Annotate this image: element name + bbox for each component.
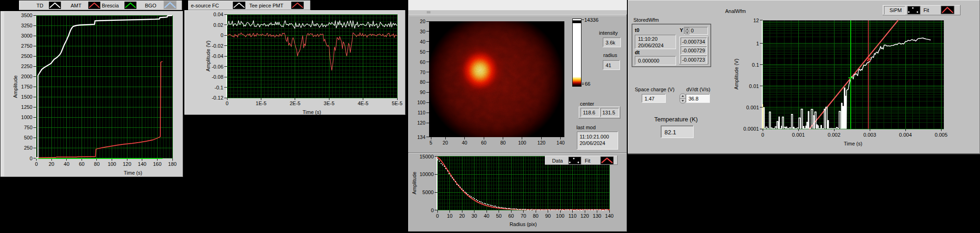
svg-text:intensity: intensity [599,30,618,36]
svg-text:1000: 1000 [21,114,32,120]
svg-text:66: 66 [585,81,590,87]
svg-text:Fit: Fit [585,158,590,164]
svg-text:1.47: 1.47 [645,96,654,101]
svg-text:StoredWfm: StoredWfm [633,17,659,23]
svg-text:0.002: 0.002 [828,132,841,138]
svg-text:t0: t0 [635,27,639,33]
svg-text:AMT: AMT [70,3,82,8]
svg-text:Amplitude (V): Amplitude (V) [733,59,739,90]
svg-text:5: 5 [430,140,432,145]
svg-text:3.6k: 3.6k [606,40,615,45]
svg-text:0: 0 [431,208,434,213]
svg-text:0.000000: 0.000000 [638,58,659,63]
svg-text:250: 250 [24,145,32,151]
svg-text:2000: 2000 [21,74,32,79]
svg-text:Temperature (K): Temperature (K) [654,116,698,123]
svg-text:130: 130 [593,213,601,219]
svg-text:0.04: 0.04 [214,12,223,17]
svg-text:Brescia: Brescia [102,3,120,8]
svg-text:120: 120 [123,161,131,167]
svg-text:100: 100 [556,213,564,219]
svg-text:-0.1: -0.1 [215,85,223,90]
svg-text:dt: dt [635,50,640,55]
svg-text:0.001: 0.001 [746,105,759,110]
svg-text:41: 41 [606,63,611,68]
svg-text:100: 100 [518,140,526,145]
svg-text:0: 0 [30,156,32,161]
svg-text:36.8: 36.8 [689,96,698,101]
svg-text:120: 120 [537,140,546,145]
svg-text:100: 100 [417,100,425,105]
svg-text:40: 40 [462,140,468,145]
svg-text:0.02: 0.02 [214,22,223,28]
svg-text:2E-5: 2E-5 [290,101,300,106]
svg-text:110: 110 [569,213,577,219]
svg-text:0: 0 [221,32,223,38]
svg-text:2250: 2250 [21,63,32,69]
svg-text:3000: 3000 [21,33,32,38]
svg-text:30: 30 [420,29,425,34]
svg-text:-0.12: -0.12 [212,95,223,101]
svg-text:BGO: BGO [145,3,157,8]
svg-text:140: 140 [556,140,565,145]
svg-text:5000: 5000 [423,189,434,195]
svg-text:80: 80 [94,161,100,167]
svg-text:14336: 14336 [584,17,599,23]
svg-text:e-source FC: e-source FC [191,3,219,8]
svg-text:20: 20 [459,213,465,219]
svg-text:80: 80 [533,213,538,219]
svg-text:0: 0 [226,101,228,106]
svg-text:2500: 2500 [21,53,32,59]
svg-text:12: 12 [753,18,759,23]
svg-text:50: 50 [496,213,501,219]
svg-text:80: 80 [500,140,506,145]
svg-text:1500: 1500 [21,94,32,100]
svg-text:-0.08: -0.08 [212,74,223,80]
svg-text:Tee piece PMT: Tee piece PMT [249,3,284,8]
svg-text:20: 20 [443,140,448,145]
svg-text:1750: 1750 [21,84,32,89]
svg-text:0.1: 0.1 [752,62,759,68]
svg-text:0: 0 [436,213,439,219]
svg-text:Space charge (V): Space charge (V) [635,87,675,92]
svg-text:120: 120 [581,213,589,219]
svg-text:2750: 2750 [21,43,32,49]
svg-text:-0.02: -0.02 [212,43,223,49]
svg-text:140: 140 [138,161,146,167]
svg-text:0.001: 0.001 [792,132,805,138]
svg-text:131.5: 131.5 [602,110,615,115]
svg-text:AnalWfm: AnalWfm [725,8,746,14]
svg-text:60: 60 [79,161,84,167]
svg-text:5E-5: 5E-5 [392,101,402,106]
svg-text:TD: TD [37,3,44,8]
svg-text:160: 160 [153,161,161,167]
svg-text:0.01: 0.01 [749,83,759,89]
svg-text:last mod: last mod [576,125,596,130]
svg-text:82.1: 82.1 [664,129,676,136]
svg-text:10: 10 [447,213,452,219]
svg-text:Amplitude: Amplitude [13,76,18,98]
svg-text:Time (s): Time (s) [844,141,862,146]
svg-text:90: 90 [420,89,425,95]
svg-text:110: 110 [417,110,425,115]
svg-text:20: 20 [49,161,54,167]
svg-text:0.003: 0.003 [863,132,876,138]
svg-text:70: 70 [420,69,425,75]
svg-text:3500: 3500 [21,13,32,18]
svg-text:radius: radius [603,52,617,58]
svg-text:Radius (pix): Radius (pix) [510,221,537,227]
svg-text:40: 40 [64,161,70,167]
svg-text:Time (s): Time (s) [303,109,321,115]
svg-text:1: 1 [756,41,759,46]
svg-text:-0.04: -0.04 [212,53,223,59]
svg-text:20/06/2024: 20/06/2024 [580,140,605,146]
svg-text:Time (s): Time (s) [124,170,142,176]
svg-text:0.0001: 0.0001 [743,126,759,132]
svg-text:100: 100 [107,161,116,167]
svg-text:500: 500 [24,135,32,140]
svg-text:-0.06: -0.06 [212,64,223,69]
svg-text:3250: 3250 [21,23,32,28]
svg-text:0: 0 [35,161,38,167]
svg-text:-0.000723: -0.000723 [682,57,705,63]
svg-text:180: 180 [168,161,177,167]
